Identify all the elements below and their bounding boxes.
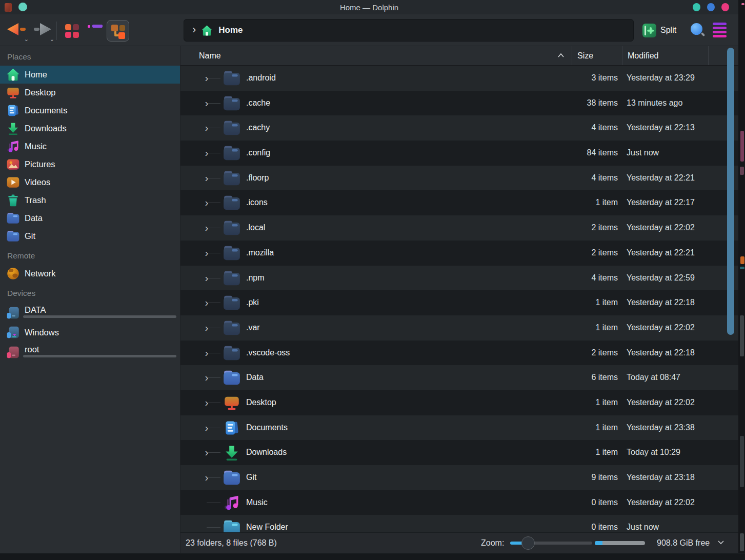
file-size: 1 item (493, 415, 618, 441)
file-modified: Just now (627, 141, 659, 166)
free-space-chevron-icon[interactable] (717, 539, 725, 545)
split-button[interactable]: Split (642, 23, 676, 38)
desktop-background-bottom (0, 553, 745, 560)
expander-chevron-icon[interactable]: › (202, 369, 211, 386)
column-header-modified[interactable]: Modified (622, 46, 708, 65)
breadcrumb-chevron-icon[interactable]: › (192, 23, 196, 36)
details-view-button[interactable] (107, 20, 129, 42)
table-row-.npm[interactable]: › .npm 4 items Yesterday at 22:59 (180, 266, 738, 291)
sidebar-item-label: Trash (25, 195, 46, 205)
sidebar-item-documents[interactable]: Documents (0, 102, 180, 119)
expander-chevron-icon[interactable]: › (202, 469, 211, 486)
file-modified: 13 minutes ago (627, 91, 682, 116)
sidebar-item-home[interactable]: Home (0, 66, 180, 84)
file-modified: Yesterday at 22:18 (627, 341, 695, 366)
sidebar-item-music[interactable]: Music (0, 137, 180, 155)
compact-view-button[interactable] (84, 20, 106, 42)
forward-button[interactable]: ⌄ (32, 20, 54, 41)
expander-chevron-icon[interactable]: › (202, 70, 211, 86)
expander-chevron-icon[interactable]: › (202, 345, 211, 361)
table-row-.cache[interactable]: › .cache 38 items 13 minutes ago (180, 91, 738, 116)
minimize-button[interactable] (693, 3, 700, 11)
vertical-scrollbar[interactable] (724, 46, 737, 532)
file-modified: Yesterday at 22:59 (627, 266, 695, 291)
table-row-new-folder[interactable]: New Folder 0 items Just now (180, 515, 738, 532)
expander-chevron-icon[interactable]: › (202, 419, 211, 436)
breadcrumb-location[interactable]: Home (218, 25, 243, 35)
desktop-background (738, 0, 745, 560)
expander-chevron-icon[interactable]: › (202, 245, 211, 261)
desktop-fragment (740, 267, 744, 269)
expander-chevron-icon[interactable]: › (202, 170, 211, 186)
column-header-size[interactable]: Size (572, 46, 622, 65)
folder-hidden-icon (223, 95, 241, 112)
pin-button[interactable] (18, 3, 27, 11)
file-size: 4 items (493, 166, 618, 191)
table-row-.android[interactable]: › .android 3 items Yesterday at 23:29 (180, 66, 738, 91)
table-row-.cachy[interactable]: › .cachy 4 items Yesterday at 22:13 (180, 115, 738, 141)
file-size: 2 items (493, 215, 618, 241)
expander-chevron-icon[interactable]: › (202, 294, 211, 311)
table-row-.config[interactable]: › .config 84 items Just now (180, 141, 738, 166)
sidebar-item-data[interactable]: DATA (0, 302, 180, 324)
table-row-.pki[interactable]: › .pki 1 item Yesterday at 22:18 (180, 290, 738, 315)
zoom-slider[interactable] (510, 542, 592, 545)
expander-chevron-icon[interactable]: › (202, 119, 211, 136)
maximize-button[interactable] (707, 3, 715, 11)
expander-chevron-icon[interactable]: › (202, 394, 211, 411)
file-name: .npm (246, 266, 265, 291)
folder-hidden-icon (223, 145, 241, 162)
sidebar-item-downloads[interactable]: Downloads (0, 119, 180, 137)
expander-chevron-icon[interactable]: › (202, 219, 211, 236)
expander-chevron-icon[interactable]: › (202, 319, 211, 336)
back-history-chevron-icon[interactable]: ⌄ (24, 36, 29, 43)
table-row-data[interactable]: › Data 6 items Today at 08:47 (180, 365, 738, 390)
search-button[interactable] (689, 22, 706, 38)
tree-guide-dash (207, 503, 220, 503)
back-button[interactable]: ⌄ (6, 20, 29, 41)
sidebar-section: Remote Network (0, 245, 180, 283)
sidebar-item-videos[interactable]: Videos (0, 173, 180, 191)
hamburger-menu-button[interactable] (713, 23, 729, 38)
file-modified: Yesterday at 23:29 (627, 66, 695, 91)
table-row-.icons[interactable]: › .icons 1 item Yesterday at 22:17 (180, 190, 738, 215)
table-row-downloads[interactable]: › Downloads 1 item Today at 10:29 (180, 440, 738, 465)
icons-view-button[interactable] (61, 20, 83, 42)
expander-chevron-icon[interactable]: › (202, 95, 211, 111)
table-row-.floorp[interactable]: › .floorp 4 items Yesterday at 22:21 (180, 166, 738, 191)
sidebar-item-pictures[interactable]: Pictures (0, 155, 180, 173)
file-size: 4 items (493, 115, 618, 141)
free-space-label[interactable]: 908.8 GiB free (657, 533, 710, 553)
sidebar-item-root[interactable]: root (0, 342, 180, 363)
sidebar-item-git[interactable]: Git (0, 227, 180, 245)
sidebar-item-network[interactable]: Network (0, 265, 180, 283)
scrollbar-thumb[interactable] (727, 48, 734, 335)
table-row-git[interactable]: › Git 9 items Yesterday at 23:18 (180, 465, 738, 490)
table-row-.mozilla[interactable]: › .mozilla 2 items Yesterday at 22:21 (180, 241, 738, 266)
table-row-.vscode-oss[interactable]: › .vscode-oss 2 items Yesterday at 22:18 (180, 341, 738, 366)
toolbar-separator (56, 22, 57, 40)
expander-chevron-icon[interactable]: › (202, 145, 211, 161)
table-row-.var[interactable]: › .var 1 item Yesterday at 22:02 (180, 315, 738, 341)
expander-chevron-icon[interactable]: › (202, 444, 211, 461)
zoom-slider-handle[interactable] (521, 536, 535, 550)
column-header-name[interactable]: Name (180, 46, 572, 65)
file-size: 1 item (493, 290, 618, 315)
expander-chevron-icon[interactable]: › (202, 194, 211, 211)
sidebar-item-windows[interactable]: Windows (0, 324, 180, 342)
table-row-.local[interactable]: › .local 2 items Yesterday at 22:02 (180, 215, 738, 241)
sidebar-item-data[interactable]: Data (0, 209, 180, 227)
close-button[interactable] (721, 3, 729, 11)
expander-chevron-icon[interactable]: › (202, 270, 211, 286)
statusbar: 23 folders, 8 files (768 B) Zoom: 908.8 … (180, 532, 738, 553)
table-row-music[interactable]: Music 0 items Yesterday at 22:02 (180, 490, 738, 515)
sidebar-item-desktop[interactable]: Desktop (0, 84, 180, 102)
forward-history-chevron-icon[interactable]: ⌄ (50, 36, 54, 43)
table-row-desktop[interactable]: › Desktop 1 item Yesterday at 22:02 (180, 390, 738, 415)
home-icon (201, 25, 213, 36)
sidebar-item-trash[interactable]: Trash (0, 191, 180, 209)
location-bar[interactable]: › Home (184, 19, 634, 42)
table-row-documents[interactable]: › Documents 1 item Yesterday at 23:38 (180, 415, 738, 441)
search-icon-handle (701, 32, 705, 36)
file-modified: Yesterday at 22:02 (627, 490, 695, 515)
